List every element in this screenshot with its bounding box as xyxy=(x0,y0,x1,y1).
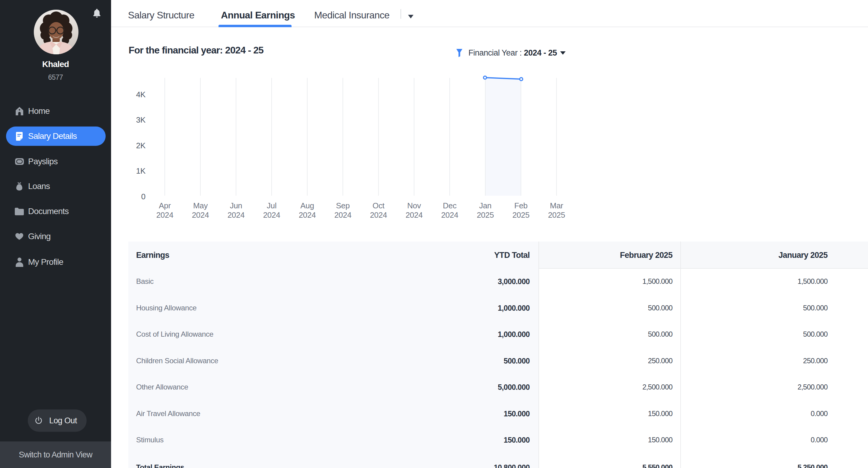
svg-text:2024: 2024 xyxy=(192,210,209,220)
svg-text:Jul: Jul xyxy=(267,201,276,210)
svg-text:Mar: Mar xyxy=(550,201,563,210)
svg-text:Jan: Jan xyxy=(479,201,491,210)
svg-text:2024: 2024 xyxy=(441,210,459,220)
svg-text:4K: 4K xyxy=(136,90,146,99)
svg-text:2025: 2025 xyxy=(477,210,494,220)
svg-text:Apr: Apr xyxy=(159,201,171,210)
svg-text:Jun: Jun xyxy=(230,201,242,210)
svg-text:2024: 2024 xyxy=(227,210,245,220)
svg-text:2024: 2024 xyxy=(156,210,174,220)
svg-text:2025: 2025 xyxy=(548,210,565,220)
svg-text:Feb: Feb xyxy=(514,201,528,210)
svg-text:Dec: Dec xyxy=(443,201,457,210)
svg-text:2024: 2024 xyxy=(299,210,316,220)
svg-text:3K: 3K xyxy=(136,115,146,124)
svg-text:1K: 1K xyxy=(136,166,146,175)
svg-text:Nov: Nov xyxy=(407,201,421,210)
svg-text:2K: 2K xyxy=(136,141,146,150)
svg-text:2024: 2024 xyxy=(406,210,423,220)
svg-text:Sep: Sep xyxy=(336,201,349,210)
svg-text:2024: 2024 xyxy=(334,210,351,220)
svg-text:Oct: Oct xyxy=(372,201,385,210)
svg-text:May: May xyxy=(193,201,208,210)
svg-text:Aug: Aug xyxy=(300,201,314,210)
svg-text:2024: 2024 xyxy=(263,210,280,220)
svg-text:2024: 2024 xyxy=(370,210,387,220)
svg-text:2025: 2025 xyxy=(513,210,530,220)
svg-text:0: 0 xyxy=(141,192,146,201)
